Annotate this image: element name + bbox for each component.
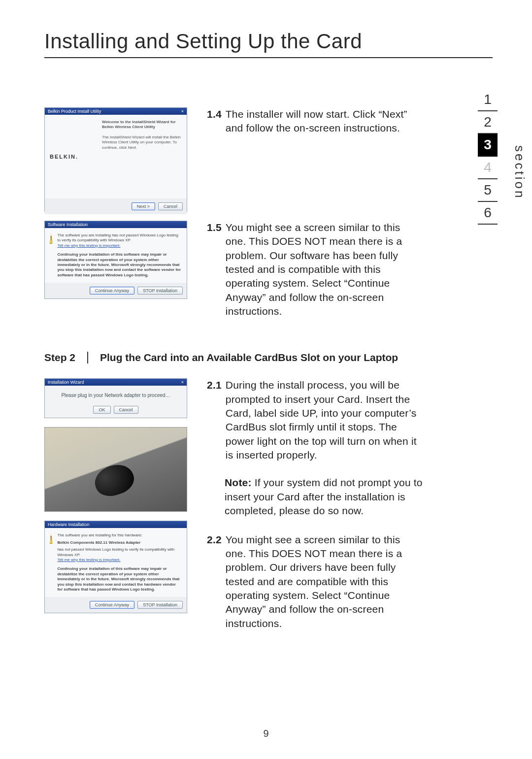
hwinstall-device: Belkin Components 802.11 Wireless Adapte…: [57, 540, 182, 545]
instruction-1-4: 1.4 The installer will now start. Click …: [207, 107, 424, 135]
step-text: You might see a screen similar to this o…: [226, 533, 424, 630]
instruction-2-2: 2.2 You might see a screen similar to th…: [207, 533, 424, 630]
close-icon: ×: [181, 380, 184, 385]
continue-anyway-button: Continue Anyway: [90, 601, 135, 609]
screenshot-software-installation: Software Installation The software you a…: [44, 221, 187, 299]
section-vertical-label: section: [512, 145, 527, 199]
screenshot-installer: Belkin Product Install Utility × BELKIN.…: [44, 107, 187, 212]
page-title: Installing and Setting Up the Card: [44, 30, 493, 53]
step-2-label: Step 2: [44, 352, 88, 363]
step-2-header: Step 2 Plug the Card into an Available C…: [44, 352, 493, 363]
manual-page: Installing and Setting Up the Card 1 2 3…: [0, 0, 532, 759]
hwinstall-link: Tell me why this testing is important.: [57, 558, 120, 562]
step-number: 2.1: [207, 378, 222, 462]
nav-6[interactable]: 6: [478, 202, 498, 225]
continue-anyway-button: Continue Anyway: [90, 287, 135, 295]
nav-3[interactable]: 3: [478, 134, 498, 157]
screenshot-installation-wizard: Installation Wizard × Please plug in you…: [44, 378, 187, 418]
hwinstall-titlebar: Hardware Installation: [48, 522, 90, 527]
swinstall-line2: Continuing your installation of this sof…: [57, 252, 182, 278]
step-number: 1.4: [207, 107, 222, 135]
installer-titlebar: Belkin Product Install Utility: [48, 109, 101, 114]
next-button: Next >: [132, 202, 155, 210]
warning-icon: [50, 533, 52, 544]
installer-heading: Welcome to the InstallShield Wizard for …: [102, 120, 182, 130]
nav-1[interactable]: 1: [478, 89, 498, 111]
photo-insert-card: [44, 427, 187, 512]
installer-text: The InstallShield Wizard will install th…: [102, 135, 182, 150]
belkin-logo: BELKIN.: [50, 154, 78, 160]
stop-installation-button: STOP Installation: [137, 287, 183, 295]
hwinstall-line2: has not passed Windows Logo testing to v…: [57, 547, 182, 558]
step-text: The installer will now start. Click “Nex…: [226, 107, 424, 135]
step-number: 2.2: [207, 533, 222, 630]
section-nav: 1 2 3 4 5 6 section: [478, 89, 498, 225]
wizard-titlebar: Installation Wizard: [48, 380, 84, 385]
stop-installation-button: STOP Installation: [137, 601, 183, 609]
nav-2[interactable]: 2: [478, 111, 498, 134]
nav-4[interactable]: 4: [478, 157, 498, 179]
instruction-2-1: 2.1 During the install process, you will…: [207, 378, 424, 462]
ok-button: OK: [93, 406, 110, 414]
step-text: You might see a screen similar to this o…: [226, 221, 424, 318]
swinstall-titlebar: Software Installation: [48, 222, 88, 227]
instruction-1-5: 1.5 You might see a screen similar to th…: [207, 221, 424, 318]
nav-5[interactable]: 5: [478, 179, 498, 202]
note-label: Note:: [225, 477, 252, 488]
note-text: If your system did not prompt you to ins…: [225, 477, 423, 516]
screenshot-hardware-installation: Hardware Installation The software you a…: [44, 521, 187, 613]
page-number: 9: [0, 728, 532, 739]
note-block: Note: If your system did not prompt you …: [225, 476, 424, 518]
hwinstall-line3: Continuing your installation of this sof…: [57, 566, 182, 592]
cancel-button: Cancel: [158, 202, 183, 210]
wizard-message: Please plug in your Network adapter to p…: [45, 386, 187, 402]
warning-icon: [50, 233, 52, 244]
close-icon: ×: [181, 109, 184, 114]
step-number: 1.5: [207, 221, 222, 318]
swinstall-link: Tell me why this testing is important.: [57, 243, 182, 248]
cancel-button: Cancel: [114, 406, 138, 414]
title-rule: [44, 57, 493, 58]
hwinstall-line1: The software you are installing for this…: [57, 533, 182, 538]
step-text: During the install process, you will be …: [226, 378, 424, 462]
step-2-title: Plug the Card into an Available CardBus …: [100, 352, 398, 363]
swinstall-line1: The software you are installing has not …: [57, 233, 182, 243]
